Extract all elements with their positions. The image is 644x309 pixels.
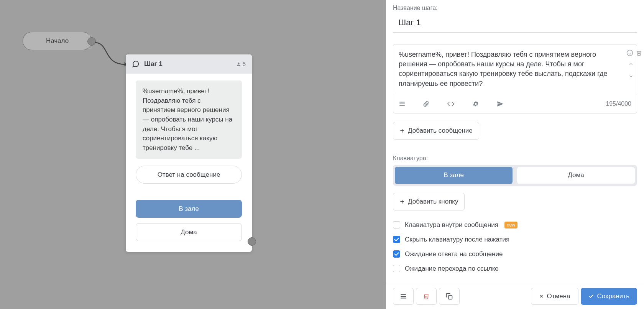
attachment-icon[interactable] bbox=[423, 101, 429, 107]
chat-icon bbox=[132, 60, 140, 68]
reply-button[interactable]: Ответ на сообщение bbox=[136, 166, 242, 184]
checkbox-list: Клавиатура внутри сообщения new Скрыть к… bbox=[393, 221, 637, 273]
close-icon bbox=[539, 294, 544, 299]
message-preview: %username%, привет! Поздравляю тебя с пр… bbox=[136, 81, 242, 159]
keyboard-pill-gym[interactable]: В зале bbox=[395, 167, 513, 184]
step-name-input[interactable] bbox=[393, 14, 637, 33]
chevron-up-icon[interactable] bbox=[628, 61, 634, 67]
check-hide-keyboard[interactable]: Скрыть клавиатуру после нажатия bbox=[393, 236, 637, 243]
delete-button[interactable] bbox=[416, 288, 437, 305]
start-output-port[interactable] bbox=[87, 37, 96, 46]
checkbox[interactable] bbox=[393, 265, 400, 272]
add-keyboard-button[interactable]: Добавить кнопку bbox=[393, 193, 465, 210]
panel-footer: Отмена Сохранить bbox=[386, 283, 644, 309]
keyboard-button-home[interactable]: Дома bbox=[136, 223, 242, 241]
checkbox[interactable] bbox=[393, 221, 400, 228]
send-icon[interactable] bbox=[497, 100, 504, 107]
user-count: 5 bbox=[236, 61, 246, 67]
gear-icon[interactable] bbox=[472, 100, 479, 107]
message-textarea[interactable]: %username%, привет! Поздравляю тебя с пр… bbox=[393, 44, 637, 95]
message-toolbar: 195/4000 bbox=[393, 95, 637, 113]
message-editor: %username%, привет! Поздравляю тебя с пр… bbox=[393, 44, 637, 113]
check-wait-link[interactable]: Ожидание перехода по ссылке bbox=[393, 265, 637, 273]
step-body: %username%, привет! Поздравляю тебя с пр… bbox=[126, 74, 252, 252]
check-icon bbox=[588, 293, 594, 299]
svg-rect-13 bbox=[449, 295, 452, 299]
copy-button[interactable] bbox=[439, 288, 460, 305]
step-output-port[interactable] bbox=[248, 237, 256, 246]
code-icon[interactable] bbox=[447, 100, 455, 108]
flow-canvas[interactable]: Начало Шаг 1 5 %username%, привет! Поздр… bbox=[0, 0, 386, 309]
step-header: Шаг 1 5 bbox=[126, 54, 252, 74]
add-message-button[interactable]: Добавить сообщение bbox=[393, 122, 479, 140]
keyboard-button-gym[interactable]: В зале bbox=[136, 200, 242, 218]
step-title: Шаг 1 bbox=[144, 60, 163, 68]
keyboard-label: Клавиатура: bbox=[393, 155, 637, 162]
chevron-down-icon[interactable] bbox=[628, 74, 634, 79]
panel-scroll[interactable]: Название шага: %username%, привет! Поздр… bbox=[386, 0, 644, 283]
new-badge: new bbox=[504, 222, 518, 228]
user-icon bbox=[236, 62, 241, 67]
keyboard-pill-home[interactable]: Дома bbox=[517, 167, 635, 184]
keyboard-row: В зале Дома bbox=[393, 165, 637, 186]
char-counter: 195/4000 bbox=[606, 100, 631, 107]
checkbox[interactable] bbox=[393, 250, 400, 258]
start-label: Начало bbox=[46, 37, 69, 45]
step-name-label: Название шага: bbox=[393, 5, 637, 12]
step-card[interactable]: Шаг 1 5 %username%, привет! Поздравляю т… bbox=[126, 54, 252, 252]
plus-icon bbox=[399, 199, 405, 204]
start-node[interactable]: Начало bbox=[23, 32, 92, 50]
check-wait-reply[interactable]: Ожидание ответа на сообщение bbox=[393, 250, 637, 258]
emoji-icon[interactable] bbox=[626, 49, 634, 57]
save-button[interactable]: Сохранить bbox=[581, 288, 637, 305]
trash-icon[interactable] bbox=[635, 49, 643, 57]
editor-panel: Название шага: %username%, привет! Поздр… bbox=[386, 0, 644, 309]
menu-icon[interactable] bbox=[399, 100, 406, 107]
svg-point-0 bbox=[627, 50, 633, 56]
menu-button[interactable] bbox=[393, 288, 414, 305]
checkbox[interactable] bbox=[393, 236, 400, 243]
check-inline-keyboard[interactable]: Клавиатура внутри сообщения new bbox=[393, 221, 637, 229]
plus-icon bbox=[399, 128, 405, 133]
cancel-button[interactable]: Отмена bbox=[531, 288, 578, 305]
